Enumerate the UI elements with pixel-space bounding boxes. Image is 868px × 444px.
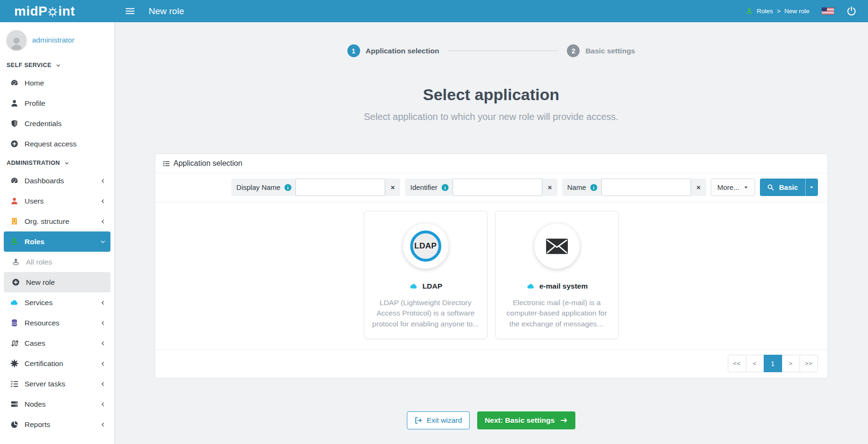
- info-icon[interactable]: i: [590, 184, 598, 191]
- wizard-step-2[interactable]: 2Basic settings: [567, 44, 635, 57]
- chevron-left-icon: [100, 198, 106, 204]
- filter-label: Display Name: [236, 183, 280, 191]
- sidebar-item-server-tasks[interactable]: Server tasks: [4, 374, 110, 394]
- sidebar-item-request-access[interactable]: Request access: [4, 134, 110, 154]
- step-number: 1: [347, 44, 360, 57]
- application-title: LDAP: [409, 282, 442, 290]
- sidebar: administrator SELF SERVICEHomeProfileCre…: [0, 22, 114, 444]
- sidebar-item-label: Request access: [25, 140, 76, 148]
- sidebar-item-label: Users: [25, 197, 43, 205]
- breadcrumb-link-roles[interactable]: Roles: [757, 8, 773, 15]
- step-label: Application selection: [366, 47, 439, 55]
- sidebar-item-roles[interactable]: Roles: [4, 231, 110, 252]
- user-panel: administrator: [0, 22, 114, 56]
- sidebar-item-label: Roles: [25, 238, 44, 246]
- list-icon: [163, 160, 170, 167]
- tiles: LDAPLDAPLDAP (Lightweight Directory Acce…: [155, 202, 827, 350]
- sidebar-item-nodes[interactable]: Nodes: [4, 394, 110, 414]
- chevron-left-icon: [100, 300, 106, 306]
- filter-input-display-name[interactable]: [295, 179, 385, 196]
- svg-text:i: i: [444, 185, 446, 190]
- filter-display-name: Display Namei×: [231, 179, 400, 196]
- sidebar-item-label: Server tasks: [25, 380, 65, 388]
- search-button[interactable]: Basic: [760, 179, 817, 196]
- avatar: [7, 30, 26, 50]
- info-icon[interactable]: i: [441, 184, 449, 191]
- sidebar-item-label: Reports: [25, 420, 50, 429]
- menu-section-self-service[interactable]: SELF SERVICE: [0, 56, 114, 73]
- pagination-prev[interactable]: <: [746, 355, 764, 372]
- menu-section-label: ADMINISTRATION: [7, 160, 60, 166]
- application-title: e-mail system: [526, 282, 588, 290]
- pagination-page-1[interactable]: 1: [764, 355, 782, 372]
- sidebar-item-profile[interactable]: Profile: [4, 93, 110, 113]
- filter-input-identifier[interactable]: [453, 179, 542, 196]
- tasks-icon: [10, 380, 18, 388]
- search-icon: [767, 184, 774, 191]
- app-logo[interactable]: midPint: [0, 4, 114, 19]
- clear-filter-button[interactable]: ×: [691, 179, 706, 196]
- pagination-first[interactable]: <<: [728, 355, 746, 372]
- dashboard-icon: [10, 79, 18, 87]
- exit-icon: [414, 417, 422, 424]
- next-basic-settings-button[interactable]: Next: Basic settings: [477, 411, 575, 429]
- filter-label: Name: [567, 183, 586, 191]
- cloud-icon: [409, 282, 419, 290]
- clear-filter-button[interactable]: ×: [385, 179, 400, 196]
- sidebar-item-new-role[interactable]: New role: [4, 272, 110, 292]
- application-description: Electronic mail (e-mail) is a computer-b…: [502, 298, 612, 329]
- filter-groups: Display Namei×Identifieri×Namei×: [231, 179, 706, 196]
- wizard-actions: Exit wizard Next: Basic settings: [114, 411, 868, 429]
- user-name-link[interactable]: administrator: [32, 36, 75, 44]
- exit-wizard-button[interactable]: Exit wizard: [407, 411, 470, 429]
- logout-button[interactable]: [846, 6, 857, 17]
- clear-filter-button[interactable]: ×: [542, 179, 557, 196]
- topbar: midPint New role Roles > New role: [0, 0, 868, 22]
- cloud-icon: [10, 299, 18, 307]
- info-icon[interactable]: i: [284, 184, 292, 191]
- menu-section-label: SELF SERVICE: [7, 62, 51, 68]
- language-flag-icon[interactable]: [822, 8, 834, 15]
- user-icon: [10, 99, 18, 107]
- sidebar-item-cases[interactable]: Cases: [4, 333, 110, 353]
- chevron-left-icon: [100, 178, 106, 184]
- main-content: 1Application selection2Basic settings Se…: [114, 22, 868, 444]
- sidebar-item-reports[interactable]: Reports: [4, 414, 110, 435]
- pagination-last[interactable]: >>: [800, 355, 818, 372]
- sidebar-item-all-roles[interactable]: All roles: [4, 252, 110, 272]
- sidebar-item-label: Certification: [25, 359, 63, 368]
- wizard-step-1[interactable]: 1Application selection: [347, 44, 439, 57]
- sidebar-item-resources[interactable]: Resources: [4, 313, 110, 333]
- breadcrumb-current[interactable]: New role: [784, 8, 809, 15]
- sidebar-item-label: Org. structure: [25, 217, 69, 226]
- filter-input-name[interactable]: [601, 179, 691, 196]
- step-number: 2: [567, 44, 580, 57]
- pagination-next[interactable]: >: [782, 355, 800, 372]
- sidebar-item-label: New role: [26, 278, 55, 287]
- menu-section-administration[interactable]: ADMINISTRATION: [0, 154, 114, 171]
- role-icon: [10, 238, 18, 246]
- sidebar-item-users[interactable]: Users: [4, 191, 110, 211]
- sidebar-item-dashboards[interactable]: Dashboards: [4, 171, 110, 191]
- wizard-subtitle: Select application to which your new rol…: [114, 111, 868, 122]
- plus-circle-icon: [10, 140, 18, 148]
- sidebar-item-home[interactable]: Home: [4, 73, 110, 93]
- search-mode-dropdown[interactable]: [805, 179, 818, 196]
- sidebar-item-certification[interactable]: Certification: [4, 353, 110, 374]
- sidebar-item-org-structure[interactable]: Org. structure: [4, 211, 110, 231]
- more-filters-button[interactable]: More...: [711, 179, 756, 196]
- sidebar-menu: SELF SERVICEHomeProfileCredentialsReques…: [0, 56, 114, 435]
- application-tile-ldap[interactable]: LDAPLDAPLDAP (Lightweight Directory Acce…: [364, 211, 488, 339]
- ldap-badge: LDAP: [410, 231, 441, 262]
- filter-name: Namei×: [562, 179, 706, 196]
- chevron-left-icon: [100, 401, 106, 407]
- application-tile-e-mail-system[interactable]: e-mail systemElectronic mail (e-mail) is…: [495, 211, 619, 339]
- topbar-right: Roles > New role: [746, 6, 868, 17]
- sidebar-toggle-button[interactable]: [120, 2, 139, 21]
- sidebar-item-services[interactable]: Services: [4, 292, 110, 313]
- filter-row: Display Namei×Identifieri×Namei× More...…: [155, 173, 827, 202]
- certificate-icon: [10, 359, 18, 367]
- gear-icon: [48, 7, 58, 17]
- sidebar-item-credentials[interactable]: Credentials: [4, 113, 110, 134]
- case-icon: [10, 339, 18, 347]
